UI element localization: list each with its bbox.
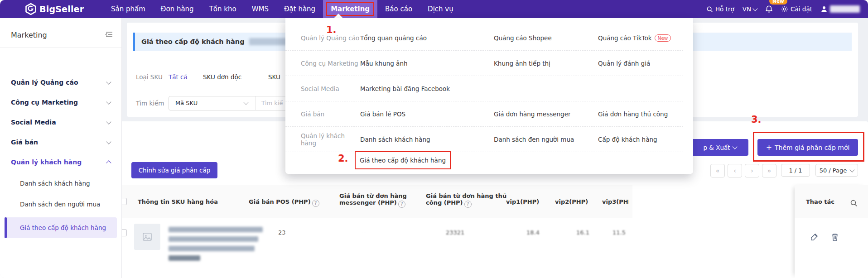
redacted-product-line: [169, 246, 255, 251]
page-title: Giá theo cấp độ khách hàng: [141, 38, 245, 45]
cell-messenger-price: --: [362, 229, 366, 236]
chevron-down-icon: [106, 99, 111, 104]
menu-category: Giá bán: [301, 110, 360, 118]
edit-row-icon[interactable]: [810, 233, 819, 241]
help-circle-icon[interactable]: ?: [312, 200, 319, 207]
menu-item-gia-don-hang-thu-cong[interactable]: Giá đơn hàng thủ công: [598, 110, 683, 118]
chevron-down-icon: [106, 119, 111, 124]
annotation-step-2: 2.: [338, 153, 348, 164]
user-account[interactable]: [820, 5, 860, 13]
table-search-icon[interactable]: [850, 199, 858, 207]
top-navbar: BigSeller Sản phẩm Đơn hàng Tồn kho WMS …: [0, 0, 868, 18]
gear-icon: [781, 5, 788, 13]
cell-pos-price: 23: [278, 229, 286, 236]
product-image: [134, 224, 160, 250]
settings-label: Cài đặt: [791, 5, 812, 13]
sidebar-item-danh-sach-den[interactable]: Danh sách đen người mua: [0, 194, 121, 215]
annotation-redbox-add-button: [753, 132, 864, 162]
nav-item-marketing[interactable]: Marketing: [323, 0, 377, 18]
sidebar-item-danh-sach-khach-hang[interactable]: Danh sách khách hàng: [0, 173, 121, 194]
nav-item-bao-cao[interactable]: Báo cáo: [377, 0, 420, 18]
menu-item-mau-khung-anh[interactable]: Mẫu khung ảnh: [360, 60, 494, 67]
menu-category: Công cụ Marketing: [301, 60, 360, 67]
settings-link[interactable]: Cài đặt: [781, 5, 812, 13]
notifications-bell[interactable]: New: [765, 5, 773, 13]
banner-accent-bar: [133, 33, 135, 51]
menu-row-khach-hang: Quản lý khách hàng Danh sách khách hàng …: [285, 126, 683, 152]
menu-item-marketing-facebook[interactable]: Marketing bài đăng Facebook: [360, 85, 494, 92]
search-input[interactable]: Tìm kiế: [261, 100, 283, 106]
sidebar-group-quan-ly-khach-hang[interactable]: Quản lý khách hàng: [0, 152, 121, 172]
help-link[interactable]: Hỗ trợ: [706, 5, 734, 13]
delete-row-icon[interactable]: [831, 233, 839, 241]
nav-item-don-hang[interactable]: Đơn hàng: [153, 0, 202, 18]
divider: [255, 96, 256, 110]
search-field-select[interactable]: Mã SKU: [175, 100, 198, 106]
menu-item-quan-ly-danh-gia[interactable]: Quản lý đánh giá: [598, 60, 683, 67]
pagination-last-button[interactable]: »: [762, 164, 776, 177]
col-header-sku-info: Thông tin SKU hàng hóa: [138, 198, 218, 205]
sidebar-collapse-icon[interactable]: [105, 31, 113, 38]
nav-item-san-pham[interactable]: Sản phẩm: [103, 0, 153, 18]
menu-category: Social Media: [301, 85, 360, 92]
sidebar-title: Marketing: [11, 31, 47, 39]
brand-name: BigSeller: [39, 4, 84, 14]
redacted-product-line: [169, 227, 263, 232]
menu-item-cap-do-khach-hang[interactable]: Cấp độ khách hàng: [598, 136, 683, 143]
col-header-vip1: vip1(PHP): [506, 198, 539, 205]
divider: [0, 47, 121, 48]
help-circle-icon[interactable]: ?: [464, 201, 472, 208]
col-header-pos-price: Giá bán POS (PHP)?: [249, 198, 319, 207]
language-selector[interactable]: VN: [743, 5, 757, 13]
pagination-first-button[interactable]: «: [710, 164, 725, 177]
cell-manual-price: 23321: [446, 229, 464, 236]
sidebar-group-quan-ly-quang-cao[interactable]: Quản lý Quảng cáo: [0, 72, 121, 92]
menu-item-danh-sach-khach-hang[interactable]: Danh sách khách hàng: [360, 136, 494, 143]
pagination-current-page[interactable]: 1 / 1: [781, 164, 810, 177]
brand-logo[interactable]: BigSeller: [25, 0, 84, 18]
bigseller-app: BigSeller Sản phẩm Đơn hàng Tồn kho WMS …: [0, 0, 868, 278]
sidebar-group-gia-ban[interactable]: Giá bán: [0, 132, 121, 152]
chevron-down-icon: [752, 6, 757, 11]
menu-item-danh-sach-den[interactable]: Danh sách đen người mua: [494, 136, 598, 143]
help-circle-icon[interactable]: ?: [398, 201, 405, 208]
menu-item-quang-cao-shopee[interactable]: Quảng cáo Shopee: [494, 34, 598, 42]
sku-type-option-combo[interactable]: SKU: [268, 73, 280, 81]
import-export-button[interactable]: p & Xuất: [691, 139, 748, 156]
edit-tier-price-button[interactable]: Chỉnh sửa giá phân cấp: [131, 162, 217, 178]
sku-type-option-all[interactable]: Tất cả: [169, 73, 188, 81]
navbar-right: Hỗ trợ VN New: [706, 0, 860, 18]
sidebar-group-cong-cu-marketing[interactable]: Công cụ Marketing: [0, 92, 121, 112]
pagination-prev-button[interactable]: ‹: [728, 164, 742, 177]
menu-row-quang-cao: Quản lý Quảng cáo Tổng quan quảng cáo Qu…: [285, 25, 683, 50]
nav-item-ton-kho[interactable]: Tồn kho: [202, 0, 244, 18]
new-badge: New: [769, 0, 787, 5]
sku-type-label: Loại SKU: [136, 73, 163, 81]
menu-item-gia-don-hang-messenger[interactable]: Giá đơn hàng messenger: [494, 110, 598, 118]
menu-row-social: Social Media Marketing bài đăng Facebook: [285, 76, 683, 101]
col-header-vip2: vip2(PHP): [555, 198, 588, 205]
menu-item-khung-anh-tiep-thi[interactable]: Khung ảnh tiếp thị: [494, 60, 598, 67]
language-label: VN: [743, 5, 751, 13]
nav-item-dat-hang[interactable]: Đặt hàng: [276, 0, 323, 18]
cell-vip3: 11.5: [612, 229, 631, 236]
menu-item-quang-cao-tiktok[interactable]: Quảng cáo TikTok New: [598, 34, 683, 42]
chevron-down-icon: [732, 144, 737, 149]
sku-type-option-single[interactable]: SKU đơn độc: [203, 73, 241, 81]
sidebar-item-gia-theo-cap-do[interactable]: Giá theo cấp độ khách hàng: [0, 217, 121, 238]
menu-item-tong-quan-quang-cao[interactable]: Tổng quan quảng cáo: [360, 34, 494, 42]
chevron-down-icon: [243, 100, 248, 105]
user-icon: [820, 5, 828, 13]
annotation-step-3: 3.: [751, 114, 762, 125]
menu-item-gia-ban-le-pos[interactable]: Giá bán lẻ POS: [360, 110, 494, 118]
search-label: Tìm kiếm: [136, 100, 164, 107]
col-header-manual-price: Giá bán từ đơn hàng thủ công (PHP)?: [426, 192, 506, 208]
menu-item-gia-theo-cap-do[interactable]: Giá theo cấp độ khách hàng: [355, 151, 451, 169]
search-icon: [706, 6, 713, 13]
nav-item-dich-vu[interactable]: Dịch vụ: [420, 0, 461, 18]
redacted-username: [830, 5, 860, 13]
pagination-page-size-select[interactable]: 50 / Page: [815, 164, 858, 177]
sidebar-group-social-media[interactable]: Social Media: [0, 112, 121, 132]
nav-item-wms[interactable]: WMS: [244, 0, 276, 18]
pagination-next-button[interactable]: ›: [745, 164, 759, 177]
